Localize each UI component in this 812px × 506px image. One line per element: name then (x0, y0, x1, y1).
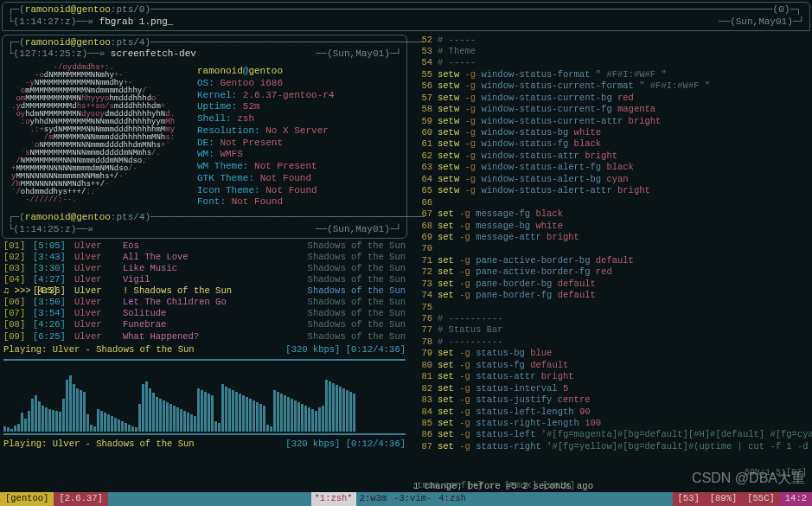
viz-bar (187, 413, 189, 432)
system-info: ramonoid@gentoo OS: Gentoo i686 Kernel: … (197, 64, 334, 208)
viz-bar (322, 406, 324, 432)
viz-bar (201, 390, 203, 432)
viz-bar (301, 404, 304, 432)
viz-bar (149, 388, 151, 432)
prompt-header: ┌─(ramonoid@gentoo:pts/4)───────────────… (8, 37, 401, 49)
config-line: 57setw -g window-status-current-bg red (413, 93, 812, 104)
viz-bar (246, 397, 248, 432)
viz-bar (280, 394, 283, 432)
viz-bar (48, 409, 51, 432)
music-playlist[interactable]: [01][5:05]UlverEosShadows of the Sun[02]… (0, 240, 409, 343)
playlist-row[interactable]: [07][3:54]UlverSolitudeShadows of the Su… (3, 308, 406, 319)
divider (3, 359, 406, 361)
config-line: 54# ----- (413, 57, 812, 68)
vim-message: 1 change; before #5 2 seconds ago (413, 481, 593, 492)
tmux-window[interactable]: -3:vim- (390, 492, 435, 506)
viz-bar (59, 412, 61, 432)
viz-bar (270, 426, 272, 432)
viz-bar (239, 394, 241, 432)
viz-bar (3, 426, 6, 432)
footer-line: └(1:14:25:z)──» ──(Sun,May01)─┘ (8, 224, 401, 236)
viz-bar (45, 407, 48, 432)
command-line[interactable]: └(1:14:27:z)──» fbgrab 1.png_ ──(Sun,May… (8, 16, 804, 29)
config-line: 52# ----- (413, 35, 812, 46)
tmux-statusbar[interactable]: [gentoo] [2.6.37] *1:zsh* 2:w3m -3:vim- … (0, 492, 812, 506)
viz-bar (297, 402, 300, 432)
viz-bar (128, 425, 131, 432)
viz-bar (131, 426, 134, 432)
playlist-row[interactable]: [01][5:05]UlverEosShadows of the Sun (3, 240, 406, 252)
viz-bar (287, 397, 290, 432)
viz-bar (135, 427, 137, 432)
command-line-2: └(127:14:25:z)──» screenfetch-dev ──(Sun… (8, 48, 401, 61)
viz-bar (304, 406, 307, 432)
playlist-row[interactable]: [02][3:43]UlverAll The LoveShadows of th… (3, 252, 406, 263)
config-line: 72set -g pane-active-border-fg red (413, 266, 812, 278)
config-line: 78# ---------- (413, 336, 812, 348)
config-line: 65setw -g window-status-alert-attr brigh… (413, 185, 812, 196)
divider (3, 433, 406, 435)
config-line: 85set -g status-right-length 100 (413, 418, 812, 429)
screenfetch-pane[interactable]: ┌─(ramonoid@gentoo:pts/4)───────────────… (2, 35, 407, 239)
viz-bar (228, 388, 231, 432)
tmux-window[interactable]: *1:zsh* (311, 492, 356, 506)
config-line: 74set -g pane-border-fg default (413, 290, 812, 301)
config-line: 70 (413, 243, 812, 254)
config-line: 69set -g message-attr bright (413, 232, 812, 243)
config-line: 79set -g status-bg blue (413, 348, 812, 359)
viz-bar (166, 402, 169, 432)
viz-bar (55, 411, 58, 432)
viz-bar (21, 413, 23, 432)
playlist-row[interactable]: [04][4:27]UlverVigilShadows of the Sun (3, 274, 406, 285)
tmux-clock: 14:2 (780, 492, 812, 506)
terminal-pane-top[interactable]: ┌─(ramonoid@gentoo:pts/0)───────────────… (2, 2, 810, 31)
gentoo-ascii-logo: -/oyddmdhs+:. -odNMMMMMMMMNNmhy+-` -yNMM… (11, 64, 197, 208)
playlist-row[interactable]: [03][3:30]UlverLike MusicShadows of the … (3, 263, 406, 274)
config-line: 63setw -g window-status-alert-fg black (413, 162, 812, 173)
viz-bar (176, 407, 179, 432)
viz-bar (73, 384, 75, 432)
playlist-row[interactable]: ♫ >>> [05][4:36]Ulver! Shadows of the Su… (3, 285, 406, 297)
viz-bar (10, 429, 13, 432)
playlist-row[interactable]: [08][4:26]UlverFunebraeShadows of the Su… (3, 319, 406, 330)
config-line: 53# Theme (413, 46, 812, 57)
viz-bar (173, 406, 176, 432)
viz-bar (353, 394, 355, 432)
viz-bar (24, 419, 27, 432)
config-line: 58setw -g window-status-current-fg magen… (413, 104, 812, 115)
vim-statusline: .tmux.conf[+] :: [tmux] [unix] (0, 479, 812, 492)
viz-bar (93, 426, 96, 432)
viz-bar (14, 426, 16, 432)
viz-bar (156, 397, 158, 432)
viz-bar (83, 392, 86, 432)
viz-bar (291, 399, 293, 432)
viz-bar (80, 390, 82, 432)
tmux-window[interactable]: 4:zsh (435, 492, 470, 506)
tmux-host: [gentoo] (0, 492, 54, 506)
viz-bar (329, 381, 331, 432)
viz-bar (66, 380, 68, 432)
config-line: 82set -g status-interval 5 (413, 383, 812, 394)
playlist-row[interactable]: [09][6:25]UlverWhat Happened?Shadows of … (3, 331, 406, 343)
playlist-row[interactable]: [06][3:50]UlverLet The Children GoShadow… (3, 297, 406, 308)
tmux-kernel: [2.6.37] (54, 492, 107, 506)
viz-bar (225, 387, 227, 432)
viz-bar (163, 400, 165, 432)
viz-bar (142, 384, 144, 432)
viz-bar (159, 399, 162, 432)
viz-bar (31, 399, 34, 432)
viz-bar (197, 388, 200, 432)
config-line: 59setw -g window-status-current-attr bri… (413, 116, 812, 127)
viz-bar (339, 387, 342, 432)
viz-bar (69, 375, 72, 432)
viz-bar (125, 423, 127, 432)
viz-bar (152, 393, 155, 432)
viz-bar (277, 392, 279, 432)
viz-bar (38, 401, 41, 432)
tmux-window[interactable]: 2:w3m (356, 492, 391, 506)
viz-bar (294, 400, 297, 432)
viz-bar (180, 409, 182, 432)
now-playing-1: Playing: Ulver - Shadows of the Sun [320… (0, 343, 409, 357)
vim-editor-pane[interactable]: 52# -----53# Theme54# -----55setw -g win… (410, 33, 812, 474)
viz-bar (111, 416, 113, 432)
